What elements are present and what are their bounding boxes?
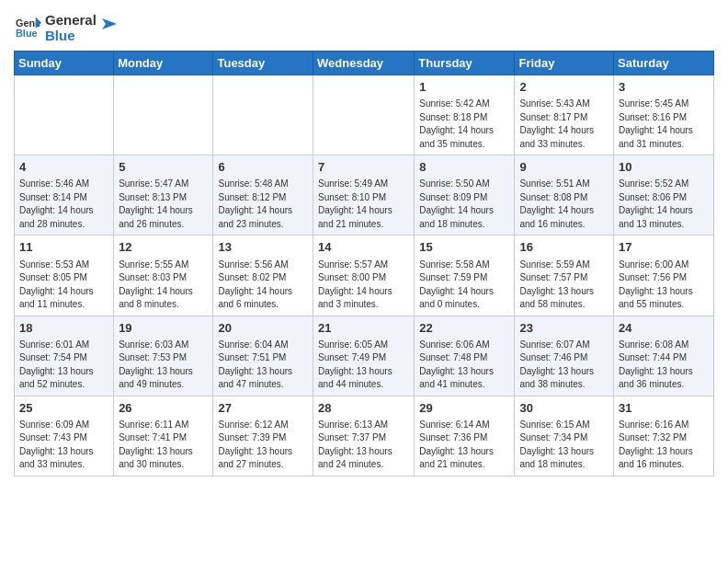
- day-number: 9: [519, 159, 609, 176]
- day-number: 21: [318, 320, 409, 337]
- day-info: Sunrise: 6:15 AM Sunset: 7:34 PM Dayligh…: [519, 419, 609, 472]
- calendar-cell: 25Sunrise: 6:09 AM Sunset: 7:43 PM Dayli…: [15, 396, 114, 476]
- calendar-header-row: SundayMondayTuesdayWednesdayThursdayFrid…: [15, 52, 714, 75]
- calendar-cell: 20Sunrise: 6:04 AM Sunset: 7:51 PM Dayli…: [213, 316, 313, 396]
- day-info: Sunrise: 5:48 AM Sunset: 8:12 PM Dayligh…: [218, 178, 308, 231]
- calendar-cell: 17Sunrise: 6:00 AM Sunset: 7:56 PM Dayli…: [614, 236, 714, 316]
- calendar-table: SundayMondayTuesdayWednesdayThursdayFrid…: [14, 51, 714, 477]
- day-number: 15: [419, 239, 509, 256]
- day-info: Sunrise: 6:13 AM Sunset: 7:37 PM Dayligh…: [318, 419, 409, 472]
- calendar-cell: 4Sunrise: 5:46 AM Sunset: 8:14 PM Daylig…: [15, 155, 114, 236]
- col-header-wednesday: Wednesday: [313, 52, 415, 75]
- svg-marker-3: [102, 18, 117, 29]
- day-info: Sunrise: 5:47 AM Sunset: 8:13 PM Dayligh…: [119, 178, 208, 231]
- day-info: Sunrise: 5:49 AM Sunset: 8:10 PM Dayligh…: [318, 178, 409, 231]
- calendar-cell: 27Sunrise: 6:12 AM Sunset: 7:39 PM Dayli…: [213, 396, 313, 476]
- day-number: 12: [119, 239, 208, 256]
- calendar-cell: 10Sunrise: 5:52 AM Sunset: 8:06 PM Dayli…: [614, 155, 714, 236]
- calendar-cell: 31Sunrise: 6:16 AM Sunset: 7:32 PM Dayli…: [614, 396, 714, 476]
- day-info: Sunrise: 5:51 AM Sunset: 8:08 PM Dayligh…: [519, 178, 609, 231]
- day-number: 30: [519, 400, 609, 417]
- day-info: Sunrise: 6:12 AM Sunset: 7:39 PM Dayligh…: [218, 419, 308, 472]
- day-number: 13: [218, 239, 308, 256]
- logo-icon: General Blue: [16, 16, 41, 41]
- calendar-cell: [213, 75, 313, 155]
- day-number: 18: [19, 320, 108, 337]
- day-info: Sunrise: 6:14 AM Sunset: 7:36 PM Dayligh…: [419, 419, 509, 472]
- day-number: 16: [519, 239, 609, 256]
- day-number: 20: [218, 320, 308, 337]
- calendar-cell: 9Sunrise: 5:51 AM Sunset: 8:08 PM Daylig…: [515, 155, 614, 236]
- calendar-cell: 24Sunrise: 6:08 AM Sunset: 7:44 PM Dayli…: [614, 316, 714, 396]
- day-number: 3: [619, 79, 709, 96]
- calendar-cell: [114, 75, 213, 155]
- calendar-cell: 1Sunrise: 5:42 AM Sunset: 8:18 PM Daylig…: [415, 75, 515, 155]
- calendar-cell: 6Sunrise: 5:48 AM Sunset: 8:12 PM Daylig…: [213, 155, 313, 236]
- day-info: Sunrise: 5:42 AM Sunset: 8:18 PM Dayligh…: [419, 98, 509, 151]
- day-info: Sunrise: 6:09 AM Sunset: 7:43 PM Dayligh…: [19, 419, 108, 472]
- week-row-3: 11Sunrise: 5:53 AM Sunset: 8:05 PM Dayli…: [15, 236, 714, 316]
- day-number: 6: [218, 159, 308, 176]
- logo: General Blue General Blue: [14, 13, 117, 43]
- day-number: 4: [19, 159, 108, 176]
- day-number: 11: [19, 239, 108, 256]
- day-number: 24: [619, 320, 709, 337]
- calendar-cell: 23Sunrise: 6:07 AM Sunset: 7:46 PM Dayli…: [515, 316, 614, 396]
- day-info: Sunrise: 6:08 AM Sunset: 7:44 PM Dayligh…: [619, 339, 709, 392]
- day-info: Sunrise: 6:01 AM Sunset: 7:54 PM Dayligh…: [19, 339, 108, 392]
- day-info: Sunrise: 6:06 AM Sunset: 7:48 PM Dayligh…: [419, 339, 509, 392]
- day-info: Sunrise: 6:05 AM Sunset: 7:49 PM Dayligh…: [318, 339, 409, 392]
- day-number: 31: [619, 400, 709, 417]
- calendar-cell: 21Sunrise: 6:05 AM Sunset: 7:49 PM Dayli…: [313, 316, 415, 396]
- day-info: Sunrise: 6:03 AM Sunset: 7:53 PM Dayligh…: [119, 339, 208, 392]
- col-header-saturday: Saturday: [614, 52, 714, 75]
- week-row-2: 4Sunrise: 5:46 AM Sunset: 8:14 PM Daylig…: [15, 155, 714, 236]
- calendar-cell: [313, 75, 415, 155]
- week-row-1: 1Sunrise: 5:42 AM Sunset: 8:18 PM Daylig…: [15, 75, 714, 155]
- day-info: Sunrise: 5:43 AM Sunset: 8:17 PM Dayligh…: [519, 98, 609, 151]
- calendar-cell: 22Sunrise: 6:06 AM Sunset: 7:48 PM Dayli…: [415, 316, 515, 396]
- calendar-cell: 7Sunrise: 5:49 AM Sunset: 8:10 PM Daylig…: [313, 155, 415, 236]
- calendar-cell: 16Sunrise: 5:59 AM Sunset: 7:57 PM Dayli…: [515, 236, 614, 316]
- day-number: 25: [19, 400, 108, 417]
- day-info: Sunrise: 5:58 AM Sunset: 7:59 PM Dayligh…: [419, 259, 509, 312]
- day-info: Sunrise: 6:16 AM Sunset: 7:32 PM Dayligh…: [619, 419, 709, 472]
- day-info: Sunrise: 6:04 AM Sunset: 7:51 PM Dayligh…: [218, 339, 308, 392]
- col-header-thursday: Thursday: [415, 52, 515, 75]
- calendar-cell: 14Sunrise: 5:57 AM Sunset: 8:00 PM Dayli…: [313, 236, 415, 316]
- calendar-cell: 3Sunrise: 5:45 AM Sunset: 8:16 PM Daylig…: [614, 75, 714, 155]
- day-number: 7: [318, 159, 409, 176]
- day-number: 27: [218, 400, 308, 417]
- day-info: Sunrise: 5:59 AM Sunset: 7:57 PM Dayligh…: [519, 259, 609, 312]
- day-info: Sunrise: 5:57 AM Sunset: 8:00 PM Dayligh…: [318, 259, 409, 312]
- calendar-cell: [15, 75, 114, 155]
- day-number: 8: [419, 159, 509, 176]
- logo-blue: Blue: [45, 29, 97, 44]
- calendar-cell: 8Sunrise: 5:50 AM Sunset: 8:09 PM Daylig…: [415, 155, 515, 236]
- day-number: 2: [519, 79, 609, 96]
- calendar-cell: 2Sunrise: 5:43 AM Sunset: 8:17 PM Daylig…: [515, 75, 614, 155]
- logo-arrow-icon: [98, 15, 117, 33]
- col-header-friday: Friday: [515, 52, 614, 75]
- day-number: 17: [619, 239, 709, 256]
- day-number: 29: [419, 400, 509, 417]
- svg-text:Blue: Blue: [16, 28, 38, 39]
- day-info: Sunrise: 5:53 AM Sunset: 8:05 PM Dayligh…: [19, 259, 108, 312]
- calendar-cell: 28Sunrise: 6:13 AM Sunset: 7:37 PM Dayli…: [313, 396, 415, 476]
- day-info: Sunrise: 5:56 AM Sunset: 8:02 PM Dayligh…: [218, 259, 308, 312]
- day-info: Sunrise: 5:55 AM Sunset: 8:03 PM Dayligh…: [119, 259, 208, 312]
- col-header-monday: Monday: [114, 52, 213, 75]
- calendar-cell: 12Sunrise: 5:55 AM Sunset: 8:03 PM Dayli…: [114, 236, 213, 316]
- logo-general: General: [45, 13, 97, 29]
- day-info: Sunrise: 5:45 AM Sunset: 8:16 PM Dayligh…: [619, 98, 709, 151]
- page-header: General Blue General Blue: [14, 9, 714, 43]
- week-row-4: 18Sunrise: 6:01 AM Sunset: 7:54 PM Dayli…: [15, 316, 714, 396]
- calendar-cell: 18Sunrise: 6:01 AM Sunset: 7:54 PM Dayli…: [15, 316, 114, 396]
- day-number: 22: [419, 320, 509, 337]
- day-number: 28: [318, 400, 409, 417]
- calendar-cell: 11Sunrise: 5:53 AM Sunset: 8:05 PM Dayli…: [15, 236, 114, 316]
- calendar-cell: 29Sunrise: 6:14 AM Sunset: 7:36 PM Dayli…: [415, 396, 515, 476]
- week-row-5: 25Sunrise: 6:09 AM Sunset: 7:43 PM Dayli…: [15, 396, 714, 476]
- day-info: Sunrise: 5:46 AM Sunset: 8:14 PM Dayligh…: [19, 178, 108, 231]
- calendar-cell: 5Sunrise: 5:47 AM Sunset: 8:13 PM Daylig…: [114, 155, 213, 236]
